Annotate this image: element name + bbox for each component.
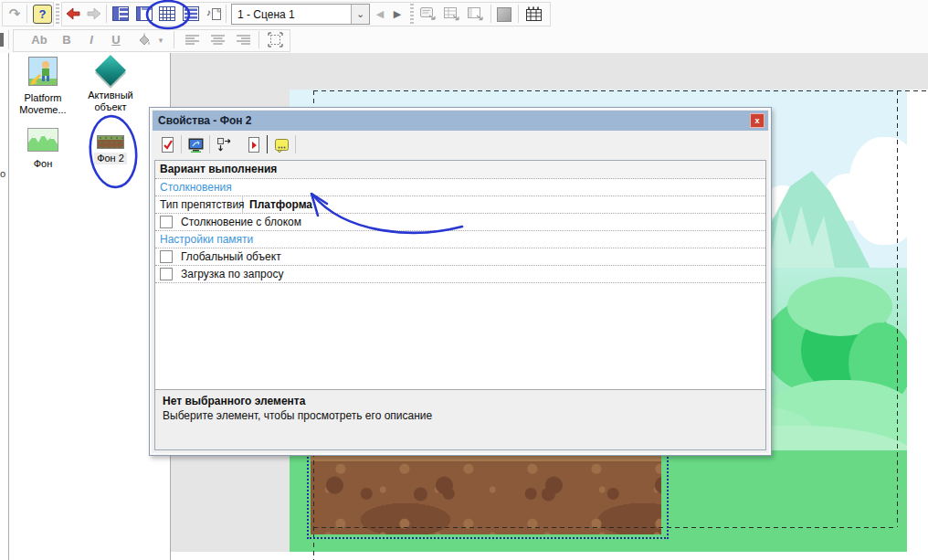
property-value[interactable]: Платформа xyxy=(243,196,312,213)
objects-panel: Platform Moveme... Активный объект Фон Ф… xyxy=(0,53,171,560)
svg-text:♪: ♪ xyxy=(206,7,211,17)
object-label: Активный объект xyxy=(79,90,142,113)
main-toolbar: ↷ ? ♪ 1 - Сцена 1 ⌄ ◀ ▶ xyxy=(0,0,928,27)
property-grid: Вариант выполнения Столкновения Тип преп… xyxy=(154,160,766,450)
object-label: Фон xyxy=(11,158,75,170)
event-list-editor-icon[interactable] xyxy=(181,4,201,24)
insert-event-icon[interactable] xyxy=(442,4,462,24)
toolbar-separator xyxy=(226,5,227,23)
dialog-title: Свойства - Фон 2 xyxy=(158,114,750,127)
property-group-header: Вариант выполнения xyxy=(155,161,765,179)
scene-selector-value: 1 - Сцена 1 xyxy=(232,8,351,21)
insert-frame-icon[interactable] xyxy=(466,4,486,24)
properties-dialog: Свойства - Фон 2 x Вариант выполнения Ст… xyxy=(149,107,772,456)
checkbox-label: Столкновение с блоком xyxy=(181,214,301,230)
scene-selector[interactable]: 1 - Сцена 1 ⌄ xyxy=(231,4,370,25)
panel-divider xyxy=(8,53,9,560)
editor-margin-top xyxy=(171,53,928,90)
toolbar-separator xyxy=(518,5,519,23)
background-2-icon xyxy=(97,135,124,149)
property-key: Тип препятствия xyxy=(155,196,243,213)
checkbox-label: Глобальный объект xyxy=(181,248,281,265)
category-memory: Настройки памяти xyxy=(155,231,765,248)
tab-settings[interactable] xyxy=(156,133,178,155)
size-position-icon xyxy=(216,136,233,153)
toolbar-separator xyxy=(106,5,107,23)
data-elements-icon[interactable]: ♪ xyxy=(204,4,224,24)
toolbar-gripper[interactable] xyxy=(56,4,59,24)
clipped-icon xyxy=(0,33,4,47)
tab-display[interactable] xyxy=(185,133,206,155)
object-label: Фон 2 xyxy=(94,153,127,164)
property-row-global-object: Глобальный объект xyxy=(155,248,765,266)
stop-icon[interactable] xyxy=(497,7,511,22)
tab-runtime[interactable] xyxy=(242,133,264,155)
property-row-collide-block: Столкновение с блоком xyxy=(155,214,765,231)
note-icon xyxy=(273,136,290,153)
runtime-icon xyxy=(245,136,262,153)
font-icon[interactable]: Ab xyxy=(27,31,51,48)
description-body: Выберите элемент, чтобы просмотреть его … xyxy=(163,409,758,422)
frame-border-top xyxy=(313,90,928,91)
checkbox-load-on-call[interactable] xyxy=(160,268,173,280)
italic-button[interactable]: I xyxy=(82,31,100,48)
align-left-icon[interactable] xyxy=(182,32,202,48)
frame-editor-icon[interactable] xyxy=(134,4,154,24)
toolbar-gripper[interactable] xyxy=(410,4,414,24)
object-label: Platform Moveme... xyxy=(11,92,75,116)
next-frame-icon[interactable]: ▶ xyxy=(390,6,405,21)
close-icon[interactable]: x xyxy=(750,113,765,128)
event-editor-icon[interactable] xyxy=(157,4,177,24)
checkbox-global-object[interactable] xyxy=(160,250,173,263)
align-right-icon[interactable] xyxy=(233,32,253,48)
storyboard-editor-icon[interactable] xyxy=(111,4,131,24)
dialog-tab-bar xyxy=(153,131,768,158)
fill-color-button[interactable] xyxy=(133,31,155,48)
description-title: Нет выбранного элемента xyxy=(163,395,758,407)
tab-size-position[interactable] xyxy=(213,133,235,155)
underline-button[interactable]: U xyxy=(107,31,125,48)
help-icon[interactable]: ? xyxy=(33,5,52,24)
checkbox-collide-block[interactable] xyxy=(160,216,173,228)
previous-frame-icon[interactable]: ◀ xyxy=(373,6,387,21)
bold-button[interactable]: B xyxy=(58,31,76,48)
platform-movement-icon xyxy=(28,57,58,86)
checkbox-label: Загрузка по запросу xyxy=(181,266,283,282)
category-collisions: Столкновения xyxy=(155,179,765,196)
toolbar-separator xyxy=(26,5,27,23)
property-row-load-on-call: Загрузка по запросу xyxy=(155,266,765,283)
frame-border-right xyxy=(897,90,898,527)
object-item-background-2[interactable]: Фон 2 xyxy=(79,126,142,164)
background-icon xyxy=(27,128,58,152)
format-toolbar: Ab B I U ▾ xyxy=(0,27,928,54)
selection-marquee xyxy=(307,449,669,539)
resize-page-icon[interactable] xyxy=(264,31,286,48)
clipped-text-fragment: о xyxy=(0,168,6,179)
insert-comment-icon[interactable] xyxy=(418,4,438,24)
object-item-platform-movement[interactable]: Platform Moveme... xyxy=(11,57,75,116)
object-item-active-object[interactable]: Активный объект xyxy=(79,57,142,113)
redo-icon[interactable]: ↷ xyxy=(5,4,25,24)
toolbar-separator xyxy=(174,31,174,48)
forward-icon[interactable] xyxy=(85,5,103,23)
frame-grid-icon[interactable] xyxy=(523,4,543,24)
tab-about[interactable] xyxy=(270,133,292,155)
chevron-down-icon[interactable]: ⌄ xyxy=(351,5,369,24)
monitor-icon xyxy=(187,136,205,153)
toolbar-separator xyxy=(258,31,259,48)
back-icon[interactable] xyxy=(64,5,82,23)
active-object-icon xyxy=(95,55,126,86)
toolbar-separator xyxy=(8,30,9,49)
fill-color-dropdown-icon[interactable]: ▾ xyxy=(156,34,165,47)
align-center-icon[interactable] xyxy=(207,32,227,48)
settings-check-icon xyxy=(159,136,176,153)
property-description-panel: Нет выбранного элемента Выберите элемент… xyxy=(155,389,765,449)
property-row-obstacle-type: Тип препятствия Платформа xyxy=(155,196,765,214)
object-item-background[interactable]: Фон xyxy=(11,126,75,170)
dialog-title-bar[interactable]: Свойства - Фон 2 x xyxy=(153,111,768,131)
toolbar-separator xyxy=(490,5,491,23)
